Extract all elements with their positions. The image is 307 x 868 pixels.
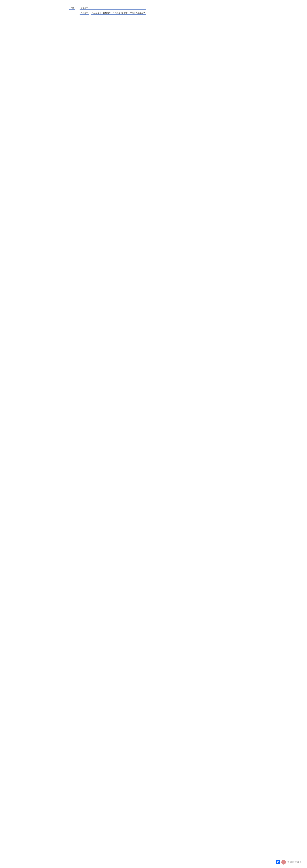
func-label: 功能 (69, 6, 75, 9)
func-item: 时间控制 (79, 16, 146, 18)
func-item: 指令控制 (79, 6, 146, 9)
branch1-body: 功能 指令控制 操作控制 完成取指令、分析指令、和执行指令的操作，即程序的顺序控… (69, 5, 295, 18)
func-item: 操作控制 (79, 11, 89, 14)
func-note: 完成取指令、分析指令、和执行指令的操作，即程序的顺序控制 (91, 11, 146, 14)
